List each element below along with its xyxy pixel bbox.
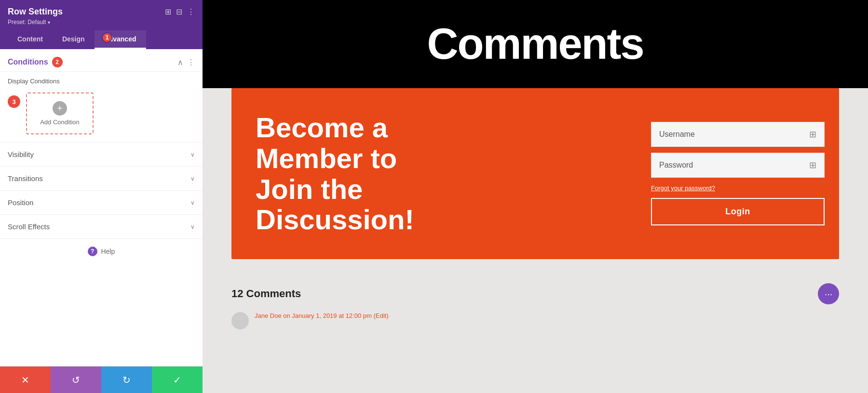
visibility-title: Visibility [8, 150, 34, 158]
membership-section: Become a Member to Join the Discussion! … [203, 88, 868, 274]
add-condition-button[interactable]: + Add Condition [26, 92, 94, 134]
section-controls: ∧ ⋮ [177, 58, 195, 67]
expand-icon[interactable]: ⊞ [165, 7, 171, 16]
advanced-tab-badge: 1 [102, 32, 112, 43]
conditions-header: Conditions 2 ∧ ⋮ [0, 49, 203, 72]
redo-button[interactable]: ↻ [101, 367, 152, 393]
help-section[interactable]: ? Help [0, 239, 203, 264]
bottom-bar: ✕ ↺ ↻ ✓ [0, 366, 203, 393]
visibility-section: Visibility ∨ [0, 143, 203, 167]
display-conditions-label: Display Conditions [0, 72, 203, 89]
left-panel: Row Settings ⊞ ⊟ ⋮ Preset: Default ▾ Con… [0, 0, 203, 393]
comments-bottom: 12 Comments ··· Jane Doe on January 1, 2… [203, 274, 868, 345]
collapse-icon[interactable]: ∧ [177, 58, 183, 67]
scroll-effects-header[interactable]: Scroll Effects ∨ [0, 215, 203, 238]
transitions-title: Transitions [8, 174, 43, 183]
forgot-password-link[interactable]: Forgot your password? [651, 183, 825, 192]
comments-count: 12 Comments [231, 288, 301, 300]
preset-arrow: ▾ [48, 20, 50, 25]
comment-meta: Jane Doe on January 1, 2019 at 12:00 pm … [255, 312, 389, 319]
membership-form: Username ⊞ Password ⊞ Forgot your passwo… [637, 88, 839, 259]
scroll-effects-section: Scroll Effects ∨ [0, 215, 203, 239]
username-field[interactable]: Username ⊞ [651, 122, 825, 147]
position-header[interactable]: Position ∨ [0, 191, 203, 214]
columns-icon[interactable]: ⊟ [176, 7, 182, 16]
panel-title: Row Settings [8, 7, 63, 17]
visibility-chevron: ∨ [190, 151, 195, 158]
comments-count-row: 12 Comments ··· [231, 283, 839, 304]
panel-title-icons: ⊞ ⊟ ⋮ [165, 7, 195, 16]
membership-heading: Become a Member to Join the Discussion! [256, 112, 612, 235]
conditions-badge: 2 [52, 57, 63, 67]
help-label: Help [101, 248, 115, 255]
conditions-section: Conditions 2 ∧ ⋮ Display Conditions 3 + … [0, 49, 203, 143]
transitions-section: Transitions ∨ [0, 167, 203, 191]
password-icon: ⊞ [809, 160, 816, 170]
membership-text: Become a Member to Join the Discussion! [231, 88, 637, 259]
cancel-button[interactable]: ✕ [0, 367, 51, 393]
scroll-effects-chevron: ∨ [190, 223, 195, 230]
username-icon: ⊞ [809, 129, 816, 140]
conditions-title: Conditions [8, 58, 48, 66]
conditions-more-icon[interactable]: ⋮ [187, 58, 195, 67]
transitions-header[interactable]: Transitions ∨ [0, 167, 203, 190]
visibility-header[interactable]: Visibility ∨ [0, 143, 203, 166]
undo-button[interactable]: ↺ [51, 367, 101, 393]
panel-header: Row Settings ⊞ ⊟ ⋮ Preset: Default ▾ Con… [0, 0, 203, 49]
login-button[interactable]: Login [651, 198, 825, 225]
membership-card: Become a Member to Join the Discussion! … [231, 88, 839, 259]
help-icon: ? [88, 247, 97, 256]
save-button[interactable]: ✓ [152, 367, 203, 393]
add-condition-label: Add Condition [40, 118, 80, 126]
transitions-chevron: ∨ [190, 175, 195, 182]
comment-avatar [231, 312, 249, 329]
tabs-row: Content Design Advanced 1 [8, 30, 195, 49]
scroll-effects-title: Scroll Effects [8, 223, 50, 231]
password-placeholder: Password [659, 161, 693, 170]
position-chevron: ∨ [190, 199, 195, 206]
comments-header: Comments [203, 0, 868, 88]
preset-row[interactable]: Preset: Default ▾ [8, 19, 195, 26]
comments-menu-button[interactable]: ··· [818, 283, 839, 304]
password-field[interactable]: Password ⊞ [651, 153, 825, 178]
preset-label: Preset: Default [8, 19, 46, 26]
panel-body: Conditions 2 ∧ ⋮ Display Conditions 3 + … [0, 49, 203, 366]
position-title: Position [8, 198, 33, 207]
right-content: Comments Become a Member to Join the Dis… [203, 0, 868, 393]
add-condition-plus-icon: + [53, 101, 67, 116]
comments-title: Comments [212, 19, 858, 69]
add-condition-area: 3 + Add Condition [0, 89, 203, 142]
tab-content[interactable]: Content [8, 30, 53, 49]
tab-design[interactable]: Design [53, 30, 95, 49]
comment-item: Jane Doe on January 1, 2019 at 12:00 pm … [231, 312, 839, 329]
more-icon[interactable]: ⋮ [187, 7, 195, 16]
section-title-row: Conditions 2 [8, 57, 63, 67]
step-3-badge: 3 [8, 95, 20, 108]
username-placeholder: Username [659, 130, 695, 139]
position-section: Position ∨ [0, 191, 203, 215]
